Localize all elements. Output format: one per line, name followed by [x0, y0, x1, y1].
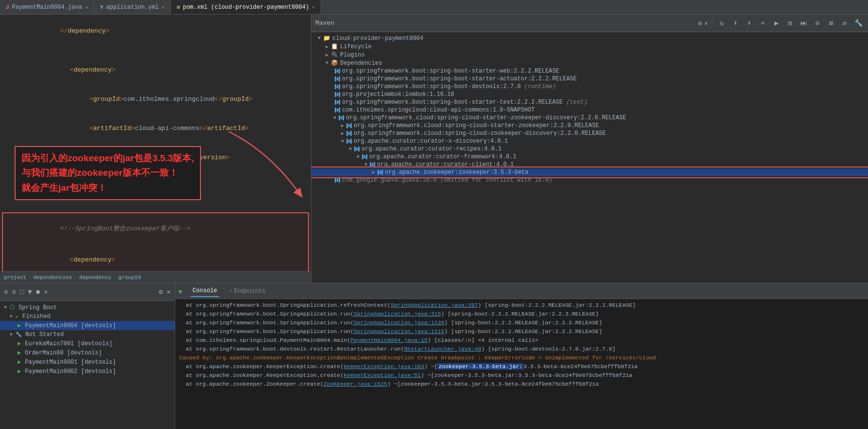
dep-bar-icon	[335, 108, 340, 112]
service-not-started[interactable]: ▼ 🔧 Not Started	[0, 330, 175, 339]
tree-item-dep[interactable]: com.itholmes.springcloud:cloud-api-commo…	[311, 106, 868, 114]
tab-applicationyml[interactable]: Y application.yml ✕	[94, 0, 171, 14]
console-link[interactable]: SpringApplication.java:1215	[354, 328, 444, 335]
wrench-button[interactable]: 🔧	[852, 18, 864, 29]
dep-bar-icon	[346, 139, 352, 144]
annotation-arrow	[219, 122, 311, 209]
tree-label: org.springframework.boot:spring-boot-sta…	[342, 75, 577, 82]
tab-close-applicationyml[interactable]: ✕	[162, 4, 164, 10]
console-link[interactable]: SpringApplication.java:1226	[354, 319, 444, 326]
tree-item-dep[interactable]: ▼ org.apache.curator:curator-framework:4…	[311, 153, 868, 161]
services-icon4[interactable]: ▼	[28, 288, 32, 296]
console-link[interactable]: ZooKeeper.java:1525	[324, 381, 387, 387]
console-link[interactable]: RestartLauncher.java:49	[404, 346, 481, 352]
tree-item-dep[interactable]: ▼ org.apache.curator:curator-x-discovery…	[311, 137, 868, 145]
maven-title: Maven	[315, 19, 334, 27]
services-close-icon[interactable]: ✕	[167, 288, 171, 296]
dep-bar-icon	[346, 131, 352, 136]
tree-item-dep[interactable]: org.projectlombok:lombok:1.16.18	[311, 91, 868, 98]
dep-bar-icon	[346, 123, 352, 128]
service-finished[interactable]: ▼ ✔ Finished	[0, 312, 175, 321]
service-eurekamain7001[interactable]: ▶ EurekaMain7001 [devtools]	[0, 339, 175, 348]
columns-button[interactable]: ⊞	[825, 18, 837, 29]
add-button[interactable]: +	[757, 18, 769, 29]
tree-item-root[interactable]: ▼ 📁 cloud-provider-payment8004	[311, 34, 868, 42]
tab-pomxml[interactable]: m pom.xml (cloud-provider-payment8004) ✕	[171, 0, 321, 14]
tree-item-lifecycle[interactable]: ▶ 📋 Lifecycle	[311, 42, 868, 51]
services-add-button[interactable]: +	[44, 288, 48, 296]
tree-item-dep[interactable]: ▶ org.springframework.cloud:spring-cloud…	[311, 130, 868, 137]
services-icon5[interactable]: ■	[36, 288, 40, 296]
plugins-icon: 🔌	[331, 51, 338, 58]
tree-item-dep[interactable]: org.springframework.boot:spring-boot-sta…	[311, 75, 868, 83]
tab-endpoints[interactable]: ⚡ Endpoints	[227, 286, 267, 297]
tree-item-dep[interactable]: ▼ org.apache.curator:curator-recipes:4.0…	[311, 145, 868, 153]
console-link[interactable]: PaymentMain8004.java:15	[350, 337, 428, 343]
dep-bar-icon	[335, 100, 340, 105]
console-link[interactable]: KeeperException.java:103	[344, 363, 424, 370]
console-line: at org.springframework.boot.SpringApplic…	[179, 301, 864, 310]
download-button[interactable]: ⬇	[730, 18, 741, 29]
service-paymentmain8002[interactable]: ▶ PaymentMain8002 [devtools]	[0, 367, 175, 376]
service-ordermain80[interactable]: ▶ OrderMain80 [devtools]	[0, 348, 175, 357]
bottom-area: ≡ ≡ □ ▼ ■ + ⚙ ✕ ▼ ⬡ Spring Boot ▼	[0, 283, 868, 429]
tree-item-dep[interactable]: ▼ org.apache.curator:curator-client:4.0.…	[311, 161, 868, 168]
tree-label: org.springframework.cloud:spring-cloud-s…	[354, 122, 599, 129]
tab-label-paymentmain: PaymentMain8004.java	[12, 4, 82, 11]
service-springboot[interactable]: ▼ ⬡ Spring Boot	[0, 303, 175, 312]
tab-close-pomxml[interactable]: ✕	[312, 4, 315, 10]
tree-item-plugins[interactable]: ▶ 🔌 Plugins	[311, 51, 868, 59]
services-toolbar: ≡ ≡ □ ▼ ■ + ⚙ ✕	[0, 283, 175, 301]
services-settings-icon[interactable]: ⚙	[159, 288, 163, 296]
tree-item-dep[interactable]: org.springframework.boot:spring-boot-sta…	[311, 98, 868, 106]
console-line: at org.springframework.boot.devtools.res…	[179, 345, 864, 354]
stop-icon: 🔧	[16, 332, 21, 337]
refresh-button[interactable]: ↻	[716, 18, 728, 29]
console-link[interactable]: SpringApplication.java:315	[354, 311, 441, 317]
tree-item-dep[interactable]: org.springframework.boot:spring-boot-dev…	[311, 83, 868, 91]
download-sources-button[interactable]: ⬇	[743, 18, 755, 29]
tree-item-dep[interactable]: ▶ org.springframework.cloud:spring-cloud…	[311, 122, 868, 130]
maven-m-button[interactable]: m	[784, 18, 796, 29]
services-icon1[interactable]: ≡	[4, 288, 8, 296]
services-icon2[interactable]: ≡	[12, 288, 16, 296]
tree-item-dependencies[interactable]: ▼ 📦 Dependencies	[311, 59, 868, 67]
tree-item-dep[interactable]: com.google.guava:guava:20.0 (omitted for…	[311, 176, 868, 184]
tab-paymentmain[interactable]: J PaymentMain8004.java ✕	[0, 0, 94, 14]
deps-icon: 📦	[331, 59, 338, 67]
breadcrumb-item[interactable]: dependency	[79, 275, 111, 280]
maven-tree: ▼ 📁 cloud-provider-payment8004 ▶ 📋 Lifec…	[311, 32, 868, 283]
tree-arrow: ▼	[346, 147, 354, 152]
service-paymentmain8001[interactable]: ▶ PaymentMain8001 [devtools]	[0, 357, 175, 367]
console-link[interactable]: KeeperException.java:51	[344, 372, 421, 378]
service-paymentmain8004[interactable]: ▶ PaymentMain8004 [devtools]	[0, 321, 175, 330]
tree-label: Plugins	[340, 52, 364, 58]
tree-item-dep[interactable]: org.springframework.boot:spring-boot-sta…	[311, 67, 868, 75]
breadcrumb-item[interactable]: dependencies	[34, 275, 72, 280]
service-label: OrderMain80 [devtools]	[25, 350, 102, 356]
tree-item-dep-zk[interactable]: ▼ org.springframework.cloud:spring-cloud…	[311, 114, 868, 122]
annotation-box: 因为引入的zookeeper的jar包是3.5.3版本,与我们搭建的zookee…	[15, 146, 201, 200]
settings2-button[interactable]: ⊙	[812, 18, 823, 29]
dep-bar-icon	[370, 162, 375, 167]
tree-arrow: ▶	[339, 123, 346, 129]
run-button[interactable]: ▶	[771, 18, 782, 29]
breadcrumb: project › dependencies › dependency › gr…	[0, 271, 311, 283]
console-tab-label: Console	[193, 287, 217, 294]
xml-icon: m	[177, 4, 180, 10]
services-icon3[interactable]: □	[20, 288, 24, 296]
tab-console[interactable]: Console	[191, 285, 219, 297]
tab-close-paymentmain[interactable]: ✕	[85, 4, 88, 10]
dep-bar-icon	[335, 69, 340, 74]
filter-button[interactable]: ⇄	[839, 18, 850, 29]
tree-arrow: ▼	[315, 36, 323, 41]
breadcrumb-item[interactable]: project	[4, 275, 26, 280]
skip-button[interactable]: ⏭	[798, 18, 810, 29]
breadcrumb-item[interactable]: groupId	[118, 275, 141, 280]
dep-bar-icon	[378, 170, 383, 175]
console-line: at org.springframework.boot.SpringApplic…	[179, 327, 864, 336]
tree-item-zookeeper[interactable]: ▶ org.apache.zookeeper:zookeeper:3.5.3-b…	[311, 168, 868, 176]
tab-label-applicationyml: application.yml	[106, 4, 159, 11]
services-panel: ≡ ≡ □ ▼ ■ + ⚙ ✕ ▼ ⬡ Spring Boot ▼	[0, 283, 175, 429]
console-link[interactable]: SpringApplication.java:397	[391, 302, 478, 308]
